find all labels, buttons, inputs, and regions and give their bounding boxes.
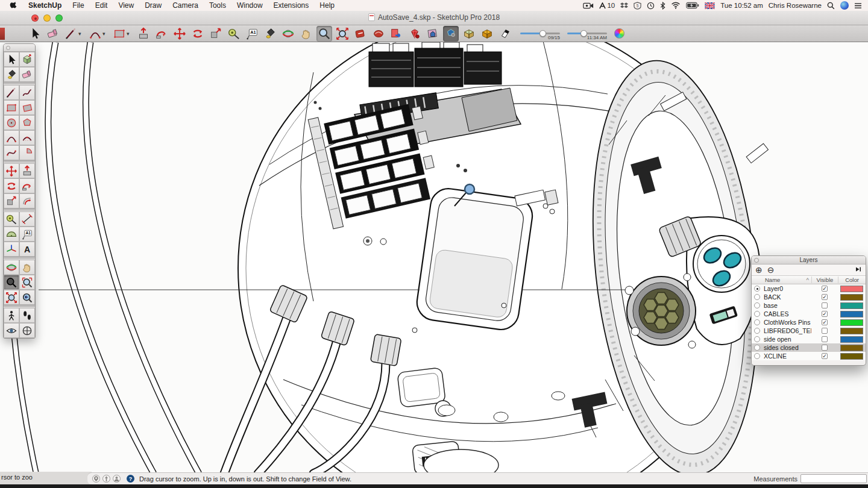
layer-visible-checkbox[interactable]: ✓	[822, 319, 828, 325]
palette-tool-move[interactable]	[4, 163, 19, 178]
palette-tool-tape-measure[interactable]	[4, 211, 19, 227]
slider-knob[interactable]	[580, 30, 587, 37]
help-icon[interactable]: ?	[127, 475, 134, 483]
palette-tool-zoom[interactable]	[4, 275, 19, 290]
layer-radio[interactable]	[754, 328, 760, 334]
layer-radio[interactable]	[754, 286, 760, 292]
palette-tool-rotated-rectangle[interactable]	[19, 100, 35, 115]
tool-box-orange[interactable]	[479, 26, 495, 42]
layer-radio[interactable]	[754, 302, 760, 308]
palette-tool-text[interactable]: A1	[19, 227, 35, 242]
column-color[interactable]: Color	[838, 277, 866, 283]
layer-radio[interactable]	[754, 353, 760, 359]
tool-zoom-extents[interactable]	[335, 26, 350, 42]
palette-tool-3d-text[interactable]: A	[19, 242, 35, 257]
layers-column-header[interactable]: Name ^ Visible Color	[752, 276, 866, 284]
layer-visible-checkbox[interactable]: ✓	[822, 294, 828, 300]
layer-visible-checkbox[interactable]	[822, 302, 828, 308]
layer-color-swatch[interactable]	[840, 345, 863, 351]
tool-scale[interactable]	[208, 26, 224, 42]
menu-tools[interactable]: Tools	[209, 1, 226, 10]
tool-eraser[interactable]	[45, 26, 61, 42]
tool-ruby-gem[interactable]	[407, 26, 423, 42]
palette-tool-push-pull[interactable]	[19, 163, 35, 178]
palette-close-button[interactable]	[6, 46, 10, 50]
palette-tool-line[interactable]	[4, 85, 19, 100]
menu-camera[interactable]: Camera	[172, 1, 198, 10]
tool-arc[interactable]: ▾	[87, 26, 109, 42]
tool-move[interactable]	[172, 26, 187, 42]
measurements-input[interactable]	[800, 474, 867, 483]
column-visible[interactable]: Visible	[811, 277, 838, 283]
palette-tool-protractor[interactable]	[4, 227, 19, 242]
palette-tool-walk[interactable]	[19, 308, 35, 323]
palette-tool-three-point-arc[interactable]	[4, 145, 19, 160]
color-wheel-icon[interactable]	[614, 28, 624, 39]
layer-color-swatch[interactable]	[840, 336, 863, 343]
wifi-icon[interactable]	[671, 2, 681, 9]
tool-rotate[interactable]	[190, 26, 206, 42]
dropdown-arrow-icon[interactable]: ▾	[78, 31, 81, 37]
layer-visible-checkbox[interactable]: ✓	[822, 311, 828, 317]
layer-row[interactable]: CABLES✓	[752, 310, 866, 318]
layer-visible-checkbox[interactable]	[822, 328, 828, 334]
tool-soften-wedge[interactable]	[497, 26, 513, 42]
palette-tool-look-around[interactable]	[4, 323, 19, 338]
menu-window[interactable]: Window	[237, 1, 263, 10]
layer-color-swatch[interactable]	[840, 328, 863, 334]
bluetooth-icon[interactable]	[660, 2, 665, 10]
layer-visible-checkbox[interactable]: ✓	[822, 353, 828, 359]
palette-tool-previous[interactable]	[19, 290, 35, 305]
menu-help[interactable]: Help	[319, 1, 335, 10]
layer-visible-checkbox[interactable]: ✓	[822, 286, 828, 292]
tool-export[interactable]	[389, 26, 404, 42]
shadow-date-slider[interactable]: 09/15	[520, 26, 560, 42]
layer-color-swatch[interactable]	[840, 294, 863, 301]
layers-panel-close-button[interactable]	[754, 258, 759, 263]
uk-flag-icon[interactable]	[705, 2, 715, 9]
screen-record-icon[interactable]	[583, 2, 594, 10]
tool-polygon-plugin[interactable]	[443, 26, 459, 42]
layers-panel-title-bar[interactable]: Layers	[752, 256, 866, 264]
layer-row[interactable]: base	[752, 301, 866, 310]
slider-knob[interactable]	[539, 30, 546, 37]
battery-icon[interactable]	[686, 2, 699, 9]
tool-section-red-2[interactable]	[371, 26, 386, 42]
tool-line[interactable]: ▾	[63, 26, 85, 42]
menu-user-name[interactable]: Chris Rosewarne	[769, 2, 822, 9]
column-name[interactable]: Name ^	[752, 277, 811, 283]
apple-menu-icon[interactable]	[10, 1, 17, 10]
dropdown-arrow-icon[interactable]: ▾	[102, 31, 105, 37]
shield-icon[interactable]: 5	[634, 2, 641, 10]
app-badge-icon[interactable]: 10	[599, 2, 615, 9]
menu-edit[interactable]: Edit	[95, 1, 108, 10]
menu-clock[interactable]: Tue 10:52 am	[720, 2, 763, 9]
palette-tool-dimension[interactable]	[19, 211, 35, 227]
palette-title-bar[interactable]	[4, 44, 35, 52]
palette-tool-pie[interactable]	[19, 145, 35, 160]
tool-paint-bucket[interactable]	[262, 26, 278, 42]
layer-row[interactable]: ClothWorks Pins✓	[752, 318, 866, 327]
palette-tool-position-camera[interactable]	[4, 308, 19, 323]
layer-radio[interactable]	[754, 319, 760, 325]
palette-tool-pan[interactable]	[19, 260, 35, 275]
siri-icon[interactable]	[840, 1, 849, 10]
time-machine-icon[interactable]	[647, 2, 655, 10]
layer-color-swatch[interactable]	[840, 319, 863, 326]
palette-tool-select[interactable]	[4, 52, 19, 67]
tool-geo-house[interactable]	[425, 26, 441, 42]
tool-section-red-1[interactable]	[353, 26, 368, 42]
layer-color-swatch[interactable]	[840, 302, 863, 309]
menu-file[interactable]: File	[72, 1, 84, 10]
tool-text[interactable]: A1	[244, 26, 260, 42]
tool-orbit[interactable]	[280, 26, 296, 42]
menu-view[interactable]: View	[118, 1, 134, 10]
credits-icon[interactable]	[102, 475, 110, 483]
dropbox-icon[interactable]	[620, 2, 628, 9]
palette-tool-scale[interactable]	[4, 193, 19, 208]
layer-radio[interactable]	[754, 294, 760, 300]
viewport-3d[interactable]	[0, 42, 868, 474]
tool-box-green[interactable]	[461, 26, 477, 42]
palette-tool-zoom-window[interactable]	[19, 275, 35, 290]
layer-visible-checkbox[interactable]	[822, 336, 828, 342]
